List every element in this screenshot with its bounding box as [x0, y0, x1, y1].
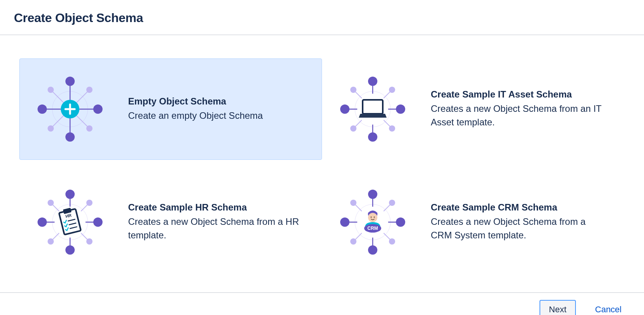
svg-point-52 — [48, 200, 54, 206]
svg-point-75 — [350, 200, 356, 206]
option-empty-schema[interactable]: Empty Object Schema Create an empty Obje… — [19, 58, 322, 160]
svg-point-71 — [368, 190, 377, 199]
option-hr-schema[interactable]: HR Create Sample — [19, 171, 322, 273]
svg-point-73 — [340, 217, 349, 227]
svg-point-74 — [396, 217, 405, 227]
svg-point-50 — [38, 217, 47, 227]
dialog-title: Create Object Schema — [14, 11, 630, 25]
option-description: Creates a new Object Schema from a HR te… — [128, 215, 306, 242]
option-title: Empty Object Schema — [128, 96, 306, 107]
svg-point-10 — [65, 132, 75, 142]
svg-point-80 — [368, 213, 377, 222]
option-text: Create Sample IT Asset Schema Creates a … — [431, 89, 609, 129]
option-text: Empty Object Schema Create an empty Obje… — [128, 96, 306, 123]
option-description: Creates a new Object Schema from a CRM S… — [431, 215, 609, 242]
svg-point-15 — [48, 125, 54, 132]
svg-point-53 — [86, 200, 92, 206]
option-text: Create Sample CRM Schema Creates a new O… — [431, 202, 609, 242]
option-it-asset-schema[interactable]: Create Sample IT Asset Schema Creates a … — [322, 58, 625, 160]
svg-point-12 — [93, 104, 103, 114]
crm-label: CRM — [367, 226, 378, 231]
svg-point-49 — [65, 245, 75, 255]
svg-point-72 — [368, 245, 377, 255]
options-grid: Empty Object Schema Create an empty Obje… — [0, 35, 644, 292]
svg-point-36 — [389, 125, 395, 132]
option-crm-schema[interactable]: CRM Create Sample CRM Schema Creates a n… — [322, 171, 625, 273]
svg-point-33 — [350, 87, 356, 93]
svg-point-9 — [65, 77, 75, 86]
svg-point-13 — [48, 87, 54, 93]
dialog-footer: Next Cancel — [0, 292, 644, 315]
svg-point-51 — [93, 217, 103, 227]
dialog-header: Create Object Schema — [0, 0, 644, 35]
svg-point-81 — [371, 217, 372, 218]
svg-point-31 — [340, 104, 349, 114]
svg-point-82 — [374, 217, 375, 218]
svg-point-34 — [389, 87, 395, 93]
svg-point-35 — [350, 125, 356, 132]
svg-point-78 — [389, 238, 395, 245]
svg-point-11 — [38, 104, 47, 114]
create-object-schema-dialog: Create Object Schema — [0, 0, 644, 315]
option-text: Create Sample HR Schema Creates a new Ob… — [128, 202, 306, 242]
svg-point-48 — [65, 190, 75, 199]
it-asset-schema-icon — [334, 70, 411, 148]
empty-schema-icon — [31, 70, 109, 148]
svg-point-76 — [389, 200, 395, 206]
svg-point-54 — [48, 238, 54, 245]
option-title: Create Sample CRM Schema — [431, 202, 609, 213]
svg-point-14 — [86, 87, 92, 93]
option-description: Create an empty Object Schema — [128, 109, 306, 123]
option-title: Create Sample IT Asset Schema — [431, 89, 609, 100]
svg-rect-38 — [363, 100, 383, 114]
crm-schema-icon: CRM — [334, 183, 411, 261]
svg-point-29 — [368, 77, 377, 86]
svg-point-77 — [350, 238, 356, 245]
next-button[interactable]: Next — [540, 300, 575, 315]
svg-point-32 — [396, 104, 405, 114]
svg-point-55 — [86, 238, 92, 245]
option-description: Creates a new Object Schema from an IT A… — [431, 102, 609, 129]
hr-schema-icon: HR — [31, 183, 109, 261]
svg-point-30 — [368, 132, 377, 142]
svg-point-16 — [86, 125, 92, 132]
option-title: Create Sample HR Schema — [128, 202, 306, 213]
cancel-button[interactable]: Cancel — [587, 301, 630, 315]
